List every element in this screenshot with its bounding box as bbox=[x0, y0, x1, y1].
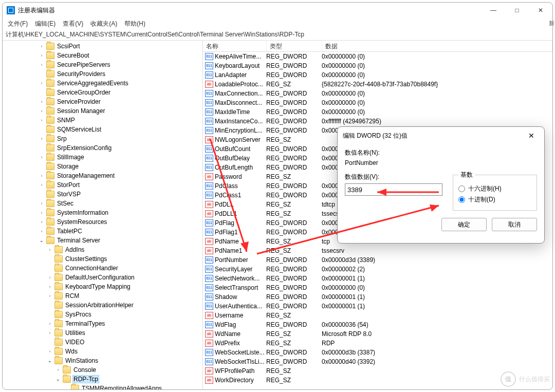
chevron-icon[interactable]: › bbox=[39, 108, 45, 114]
tree-item[interactable]: ›TabletPC bbox=[6, 227, 202, 236]
tree-item[interactable]: ›Session Manager bbox=[6, 106, 202, 116]
address-bar[interactable]: 计算机\HKEY_LOCAL_MACHINE\SYSTEM\CurrentCon… bbox=[3, 29, 552, 41]
value-row[interactable]: 011UserAuthentica...REG_DWORD0x00000001 … bbox=[203, 302, 552, 311]
tree-item[interactable]: ›DefaultUserConfiguration bbox=[6, 273, 202, 282]
tree-item[interactable]: ›ServiceAggregatedEvents bbox=[6, 79, 202, 88]
chevron-icon[interactable]: › bbox=[39, 53, 45, 58]
tree-item[interactable]: ›RCM bbox=[6, 291, 202, 301]
tree-item[interactable]: ›SNMP bbox=[6, 116, 202, 125]
menu-file[interactable]: 文件(F) bbox=[8, 20, 28, 28]
chevron-icon[interactable]: › bbox=[55, 367, 61, 372]
chevron-icon[interactable]: › bbox=[47, 349, 53, 354]
tree-item[interactable]: ›StSec bbox=[6, 199, 202, 208]
value-row[interactable]: abWdPrefixREG_SZRDP bbox=[203, 339, 552, 348]
value-row[interactable]: 011SelectTransportREG_DWORD0x00000000 (0… bbox=[203, 283, 552, 292]
tree-item[interactable]: ⌄WinStations bbox=[6, 356, 202, 365]
value-row[interactable]: 011WebSocketListe...REG_DWORD0x00000d3b … bbox=[203, 348, 552, 357]
chevron-icon[interactable]: › bbox=[39, 118, 45, 123]
value-row[interactable]: 011MaxIdleTimeREG_DWORD0x00000000 (0) bbox=[203, 107, 552, 117]
chevron-icon[interactable]: › bbox=[39, 81, 45, 86]
tree-item[interactable]: ⌄Terminal Server bbox=[6, 236, 202, 245]
value-row[interactable]: 011KeepAliveTime...REG_DWORD0x00000000 (… bbox=[203, 52, 552, 61]
value-row[interactable]: 011SecurityLayerREG_DWORD0x00000002 (2) bbox=[203, 265, 552, 274]
tree-item[interactable]: ›ScsiPort bbox=[6, 42, 202, 51]
value-data-input[interactable] bbox=[345, 183, 442, 196]
chevron-icon[interactable]: ⌄ bbox=[55, 377, 61, 382]
chevron-icon[interactable]: › bbox=[39, 136, 45, 141]
tree-item[interactable]: ›SecurePipeServers bbox=[6, 60, 202, 69]
chevron-icon[interactable]: › bbox=[39, 44, 45, 49]
chevron-icon[interactable]: › bbox=[39, 99, 45, 104]
tree-item[interactable]: ›SecureBoot bbox=[6, 51, 202, 60]
tree-item[interactable]: ›SystemInformation bbox=[6, 208, 202, 217]
tree-item[interactable]: StorVSP bbox=[6, 190, 202, 199]
chevron-icon[interactable]: › bbox=[47, 247, 53, 252]
value-row[interactable]: abWdNameREG_SZMicrosoft RDP 8.0 bbox=[203, 329, 552, 339]
value-row[interactable]: 011MaxDisconnect...REG_DWORD0x00000000 (… bbox=[203, 98, 552, 107]
tree-item[interactable]: SessionArbitrationHelper bbox=[6, 301, 202, 310]
tree-item[interactable]: ›KeyboardType Mapping bbox=[6, 282, 202, 291]
radio-hex[interactable]: 十六进制(H) bbox=[458, 184, 531, 193]
tree-item[interactable]: SecurityProviders bbox=[6, 69, 202, 79]
tree-item[interactable]: ›ServiceProvider bbox=[6, 97, 202, 106]
close-button[interactable]: ✕ bbox=[529, 3, 552, 18]
tree-item[interactable]: Storage bbox=[6, 162, 202, 171]
maximize-button[interactable]: □ bbox=[505, 3, 529, 18]
value-row[interactable]: abUsernameREG_SZ bbox=[203, 311, 552, 320]
tree-item[interactable]: SrpExtensionConfig bbox=[6, 143, 202, 153]
chevron-icon[interactable]: › bbox=[39, 229, 45, 234]
tree-item[interactable]: ClusterSettings bbox=[6, 254, 202, 264]
minimize-button[interactable]: — bbox=[482, 3, 505, 18]
value-row[interactable]: abPdName1REG_SZtssecsrv bbox=[203, 246, 552, 255]
chevron-icon[interactable]: › bbox=[39, 182, 45, 188]
menu-favorites[interactable]: 收藏夹(A) bbox=[90, 20, 117, 28]
cancel-button[interactable]: 取消 bbox=[492, 218, 537, 231]
chevron-icon[interactable]: › bbox=[47, 330, 53, 335]
dialog-close-button[interactable]: ✕ bbox=[524, 132, 539, 140]
tree-item[interactable]: SQMServiceList bbox=[6, 125, 202, 134]
col-data[interactable]: 数据 bbox=[322, 41, 552, 51]
values-header[interactable]: 名称 类型 数据 bbox=[203, 41, 552, 52]
chevron-icon[interactable]: › bbox=[39, 173, 45, 178]
value-row[interactable]: 011MaxConnection...REG_DWORD0x00000000 (… bbox=[203, 89, 552, 98]
menu-edit[interactable]: 编辑(E) bbox=[35, 20, 55, 28]
menu-help[interactable]: 帮助(H) bbox=[124, 20, 145, 28]
value-row[interactable]: 011ShadowREG_DWORD0x00000001 (1) bbox=[203, 292, 552, 302]
col-type[interactable]: 类型 bbox=[267, 41, 322, 51]
chevron-icon[interactable]: › bbox=[39, 210, 45, 215]
chevron-icon[interactable]: › bbox=[47, 293, 53, 298]
titlebar[interactable]: 注册表编辑器 — □ ✕ bbox=[3, 3, 552, 18]
chevron-icon[interactable]: › bbox=[39, 219, 45, 225]
tree-item[interactable]: TSMMRemotingAllowedApps bbox=[6, 384, 202, 389]
value-row[interactable]: 011LanAdapterREG_DWORD0x00000000 (0) bbox=[203, 70, 552, 80]
tree-item[interactable]: ›TerminalTypes bbox=[6, 319, 202, 328]
col-name[interactable]: 名称 bbox=[203, 41, 267, 51]
chevron-icon[interactable]: ⌄ bbox=[47, 358, 53, 363]
value-row[interactable]: abLoadableProtoc...REG_SZ{5828227c-20cf-… bbox=[203, 80, 552, 89]
tree-item[interactable]: ›SystemResources bbox=[6, 217, 202, 227]
chevron-icon[interactable]: › bbox=[39, 155, 45, 160]
tree-item[interactable]: ›StillImage bbox=[6, 153, 202, 162]
radio-dec[interactable]: 十进制(D) bbox=[458, 195, 531, 204]
chevron-icon[interactable]: › bbox=[47, 275, 53, 280]
tree-item[interactable]: ›AddIns bbox=[6, 245, 202, 254]
value-row[interactable]: 011PortNumberREG_DWORD0x00000d3d (3389) bbox=[203, 255, 552, 265]
value-row[interactable]: 011KeyboardLayoutREG_DWORD0x00000000 (0) bbox=[203, 61, 552, 70]
chevron-icon[interactable]: › bbox=[39, 201, 45, 206]
chevron-icon[interactable]: ⌄ bbox=[39, 238, 45, 243]
tree-item[interactable]: ConnectionHandler bbox=[6, 264, 202, 273]
value-row[interactable]: 011WebSocketTlsLi...REG_DWORD0x00000d40 … bbox=[203, 357, 552, 366]
chevron-icon[interactable]: › bbox=[39, 62, 45, 67]
registry-tree[interactable]: ›ScsiPort›SecureBoot›SecurePipeServersSe… bbox=[3, 41, 203, 389]
tree-item[interactable]: ⌄RDP-Tcp bbox=[6, 375, 202, 384]
tree-item[interactable]: ServiceGroupOrder bbox=[6, 88, 202, 97]
menu-view[interactable]: 查看(V) bbox=[63, 20, 83, 28]
tree-item[interactable]: ›StorPort bbox=[6, 180, 202, 190]
tree-item[interactable]: SysProcs bbox=[6, 310, 202, 319]
value-row[interactable]: abWorkDirectoryREG_SZ bbox=[203, 376, 552, 385]
value-row[interactable]: 011WdFlagREG_DWORD0x00000036 (54) bbox=[203, 320, 552, 329]
tree-item[interactable]: ›StorageManagement bbox=[6, 171, 202, 180]
tree-item[interactable]: ›Console bbox=[6, 365, 202, 375]
chevron-icon[interactable]: › bbox=[47, 284, 53, 289]
tree-item[interactable]: ›Wds bbox=[6, 347, 202, 356]
